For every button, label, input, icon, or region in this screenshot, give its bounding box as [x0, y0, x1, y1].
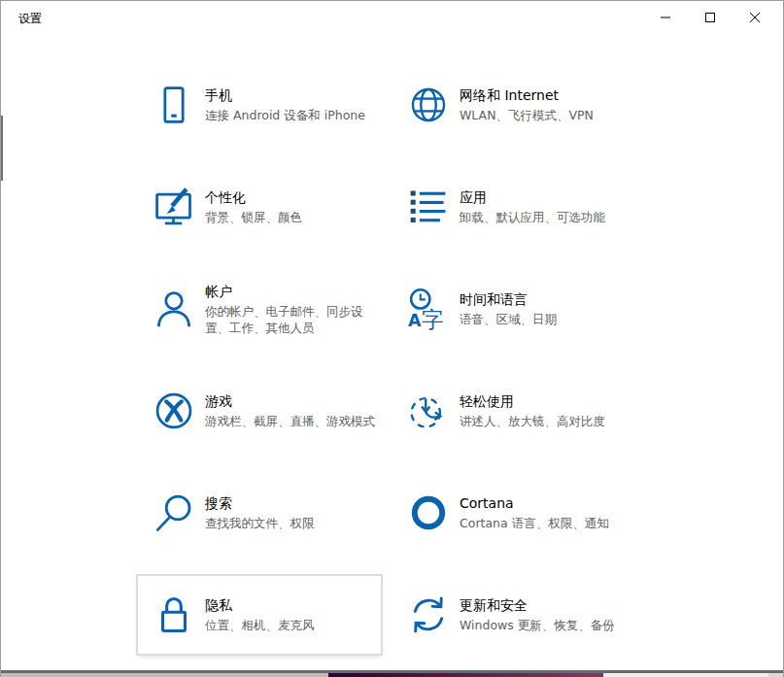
svg-text:字: 字 — [422, 307, 444, 330]
tile-title: 个性化 — [205, 188, 381, 207]
tile-title: 游戏 — [205, 392, 381, 411]
ease-of-access-icon — [407, 389, 450, 432]
settings-tile-update-security[interactable]: 更新和安全 Windows 更新、恢复、备份 — [392, 576, 635, 654]
phone-icon — [153, 84, 195, 126]
settings-tile-privacy-lock[interactable]: 隐私 位置、相机、麦克风 — [138, 576, 381, 654]
close-button[interactable] — [733, 2, 777, 32]
bottom-artifact-light — [603, 673, 768, 677]
maximize-button[interactable] — [688, 2, 733, 32]
tile-subtitle: 背景、锁屏、颜色 — [205, 209, 381, 225]
tile-subtitle: 位置、相机、麦克风 — [205, 617, 381, 633]
tile-subtitle: Windows 更新、恢复、备份 — [460, 617, 635, 633]
window-title: 设置 — [18, 11, 42, 27]
tile-subtitle: 卸载、默认应用、可选功能 — [460, 209, 635, 225]
apps-list-icon — [407, 186, 450, 228]
tile-title: 应用 — [460, 188, 635, 207]
tile-subtitle: 游戏栏、截屏、直播、游戏模式 — [205, 413, 381, 429]
tile-title: 轻松使用 — [460, 392, 635, 411]
bottom-artifact-purple — [328, 673, 603, 677]
tile-subtitle: 讲述人、放大镜、高对比度 — [460, 413, 635, 429]
bottom-artifact-end — [768, 673, 784, 677]
settings-tile-network-globe[interactable]: 网络和 Internet WLAN、飞行模式、VPN — [392, 66, 635, 144]
tile-subtitle: 语音、区域、日期 — [460, 311, 635, 327]
tile-subtitle: WLAN、飞行模式、VPN — [460, 107, 635, 123]
tile-title: 网络和 Internet — [460, 86, 635, 105]
settings-tile-phone[interactable]: 手机 连接 Android 设备和 iPhone — [138, 66, 381, 144]
minimize-icon — [660, 12, 671, 23]
left-edge-artifact — [1, 116, 3, 181]
tile-subtitle: 你的帐户、电子邮件、同步设置、工作、其他人员 — [205, 303, 381, 336]
settings-tile-apps-list[interactable]: 应用 卸载、默认应用、可选功能 — [392, 168, 635, 246]
settings-tile-personalization[interactable]: 个性化 背景、锁屏、颜色 — [138, 168, 381, 246]
minimize-button[interactable] — [643, 2, 688, 32]
titlebar: 设置 — [1, 1, 783, 32]
tile-subtitle: Cortana 语言、权限、通知 — [460, 515, 635, 531]
tile-title: 隐私 — [205, 596, 381, 615]
close-icon — [749, 12, 761, 23]
settings-tile-accounts-person[interactable]: 帐户 你的帐户、电子邮件、同步设置、工作、其他人员 — [138, 270, 381, 348]
bottom-artifact-gray — [1, 673, 328, 677]
svg-text:A: A — [408, 311, 422, 330]
tile-subtitle: 连接 Android 设备和 iPhone — [205, 107, 381, 123]
tile-title: 更新和安全 — [460, 596, 635, 615]
privacy-lock-icon — [153, 593, 195, 636]
time-language-icon: A字 — [407, 288, 450, 330]
maximize-icon — [704, 12, 716, 23]
update-security-icon — [407, 593, 450, 636]
caption-buttons — [643, 2, 777, 32]
tile-subtitle: 查找我的文件、权限 — [205, 515, 381, 531]
settings-tile-time-language[interactable]: A字 时间和语言 语音、区域、日期 — [392, 270, 635, 348]
gaming-xbox-icon — [153, 389, 195, 432]
tile-title: Cortana — [460, 494, 635, 513]
settings-tile-search[interactable]: 搜索 查找我的文件、权限 — [138, 474, 381, 552]
network-globe-icon — [407, 84, 450, 126]
tile-title: 搜索 — [205, 494, 381, 513]
settings-window: 设置 手机 连接 Android 设备和 iPhone 网络和 Internet… — [0, 0, 784, 677]
tile-title: 帐户 — [205, 283, 381, 301]
tile-title: 时间和语言 — [460, 290, 635, 309]
search-icon — [153, 491, 195, 534]
window-bottom-border — [1, 670, 784, 673]
settings-tile-cortana[interactable]: Cortana Cortana 语言、权限、通知 — [392, 474, 635, 552]
settings-tile-ease-of-access[interactable]: 轻松使用 讲述人、放大镜、高对比度 — [392, 372, 635, 450]
cortana-icon — [407, 491, 450, 534]
tile-title: 手机 — [205, 86, 381, 105]
settings-tile-gaming-xbox[interactable]: 游戏 游戏栏、截屏、直播、游戏模式 — [138, 372, 381, 450]
personalization-icon — [153, 186, 195, 228]
accounts-person-icon — [153, 288, 195, 330]
